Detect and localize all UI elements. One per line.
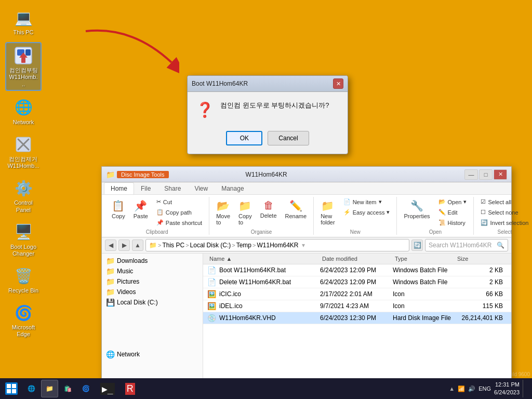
col-date[interactable]: Date modified: [320, 255, 393, 263]
language-indicator[interactable]: ENG: [478, 385, 491, 392]
file-date-3: 9/7/2021 4:23 AM: [320, 302, 393, 310]
ribbon-select-items: ☑ Select all ☐ Select none 🔄 Invert sele…: [477, 197, 532, 228]
downloads-label: Downloads: [117, 257, 148, 264]
dialog-ok-button[interactable]: OK: [226, 131, 262, 145]
forward-button[interactable]: ▶: [118, 240, 130, 251]
up-button[interactable]: ▲: [132, 240, 143, 251]
col-name[interactable]: Name ▲: [207, 255, 320, 263]
select-all-button[interactable]: ☑ Select all: [477, 197, 532, 207]
close-button[interactable]: ✕: [494, 169, 507, 180]
open-button[interactable]: 📂 Open ▾: [435, 197, 471, 207]
new-folder-button[interactable]: 📁 Newfolder: [317, 197, 339, 228]
sidebar-tree: 📁 Downloads 📁 Music 📁 Pictures 📁 Videos …: [102, 254, 203, 389]
address-path[interactable]: 📁 > This PC > Local Disk (C:) > Temp > W…: [145, 239, 409, 251]
taskbar-store[interactable]: 🛍️: [59, 380, 76, 397]
korean-install-icon: [13, 45, 34, 66]
file-row-3[interactable]: 🖼️ iDEL.ico 9/7/2021 4:23 AM Icon 115 KB: [203, 300, 511, 312]
explorer-title-left: 📁 Disc Image Tools W11Hom64KR: [106, 170, 287, 179]
history-button[interactable]: 📜 History: [435, 218, 471, 228]
cut-button[interactable]: ✂ Cut: [153, 197, 206, 207]
col-type[interactable]: Type: [393, 255, 455, 263]
tab-share[interactable]: Share: [157, 182, 188, 194]
path-this-pc: 📁: [149, 242, 157, 249]
paste-shortcut-button[interactable]: 📌 Paste shortcut: [153, 218, 206, 228]
start-button[interactable]: [2, 379, 21, 398]
desktop-icon-edge[interactable]: 🌀 MicrosoftEdge: [5, 300, 42, 340]
search-placeholder: Search W11Hom64KR: [429, 242, 491, 249]
tab-manage[interactable]: Manage: [215, 182, 250, 194]
properties-button[interactable]: 🔧 Properties: [400, 197, 433, 222]
file-row-2[interactable]: 🖼️ iCIC.ico 2/17/2022 2:01 AM Icon 66 KB: [203, 288, 511, 300]
minimize-button[interactable]: —: [464, 169, 478, 180]
copy-to-button[interactable]: 📁 Copyto: [235, 197, 256, 228]
music-label: Music: [117, 268, 133, 275]
sidebar-music[interactable]: 📁 Music: [104, 266, 201, 276]
taskbar-explorer[interactable]: 📁: [41, 380, 58, 397]
col-size[interactable]: Size: [455, 255, 507, 263]
back-button[interactable]: ◀: [105, 240, 116, 251]
copy-button[interactable]: 📋 Copy: [108, 197, 129, 222]
tab-view[interactable]: View: [188, 182, 215, 194]
file-row-0[interactable]: 📄 Boot W11Hom64KR.bat 6/24/2023 12:09 PM…: [203, 264, 511, 276]
invert-selection-button[interactable]: 🔄 Invert selection: [477, 218, 532, 228]
taskbar-ie[interactable]: 🌐: [23, 380, 40, 397]
file-type-2: Icon: [393, 290, 455, 298]
desktop-icon-this-pc[interactable]: 💻 This PC: [5, 5, 42, 38]
path-temp: Temp: [236, 242, 251, 249]
select-none-button[interactable]: ☐ Select none: [477, 207, 532, 217]
file-type-4: Hard Disk Image File: [393, 314, 455, 322]
desktop-icon-korean-uninstall[interactable]: 컴인컴제거W11Homb...: [5, 132, 42, 171]
dialog-titlebar: Boot W11Hom64KR ✕: [188, 76, 348, 92]
edit-button[interactable]: ✏️ Edit: [435, 207, 471, 217]
sidebar-local-disk[interactable]: 💾 Local Disk (C:): [104, 297, 201, 308]
desktop-icon-recycle-bin[interactable]: 🗑️ Recycle Bin: [5, 263, 42, 296]
sidebar-downloads[interactable]: 📁 Downloads: [104, 256, 201, 266]
file-row-1[interactable]: 📄 Delete W11Hom64KR.bat 6/24/2023 12:09 …: [203, 276, 511, 288]
show-desktop-button[interactable]: [523, 380, 526, 397]
dialog-close-button[interactable]: ✕: [333, 78, 343, 89]
videos-label: Videos: [117, 288, 136, 296]
desktop-icon-korean-install[interactable]: 컴인컴부팅W11Homb...: [5, 42, 42, 91]
sidebar-network[interactable]: 🌐 Network: [104, 349, 201, 360]
copy-to-icon: 📁: [238, 200, 251, 212]
clock[interactable]: 12:31 PM 6/24/2023: [494, 381, 520, 397]
refresh-button[interactable]: 🔄: [411, 240, 423, 251]
desktop-icon-network[interactable]: 🌐 Network: [5, 95, 42, 128]
move-to-button[interactable]: 📂 Moveto: [212, 197, 234, 228]
path-this-pc-label: This PC: [162, 242, 184, 249]
clipboard-label: Clipboard: [146, 228, 168, 235]
clock-date: 6/24/2023: [494, 389, 520, 396]
delete-icon: 🗑: [263, 200, 274, 211]
tray-arrow[interactable]: ▲: [449, 385, 455, 392]
arrow-indicator: [81, 21, 179, 83]
desktop: 💻 This PC 컴인컴부팅W11Homb... 🌐 Network: [0, 0, 532, 399]
dialog-cancel-button[interactable]: Cancel: [268, 131, 309, 145]
file-size-2: 66 KB: [455, 290, 507, 298]
path-w11: W11Hom64KR: [257, 242, 298, 249]
desktop-icon-control-panel[interactable]: ⚙️ Control Panel: [5, 176, 42, 215]
sidebar-pictures[interactable]: 📁 Pictures: [104, 276, 201, 287]
dialog-message: 컴인컴 윈도우로 부팅하시겠습니까?: [220, 100, 329, 111]
network-tray-icon: 📶: [458, 385, 465, 392]
terminal-icon: ▶_: [100, 383, 115, 395]
paste-button[interactable]: 📌 Paste: [130, 197, 152, 222]
easy-access-button[interactable]: ⚡ Easy access ▾: [340, 207, 394, 217]
desktop-icon-boot-logo[interactable]: 🖥️ Boot LogoChanger: [5, 220, 42, 259]
tab-file[interactable]: File: [134, 182, 157, 194]
copy-path-button[interactable]: 📋 Copy path: [153, 207, 206, 217]
sidebar-videos[interactable]: 📁 Videos: [104, 287, 201, 297]
new-item-button[interactable]: 📄 New item ▾: [340, 197, 394, 207]
search-icon: 🔍: [497, 242, 504, 249]
delete-button[interactable]: 🗑 Delete: [257, 197, 281, 221]
taskbar-app[interactable]: R: [121, 380, 140, 397]
volume-icon[interactable]: 🔊: [468, 385, 475, 392]
taskbar-edge-icon: 🌀: [82, 385, 90, 392]
boot-dialog: Boot W11Hom64KR ✕ ❓ 컴인컴 윈도우로 부팅하시겠습니까? O…: [187, 75, 348, 154]
search-box[interactable]: Search W11Hom64KR 🔍: [425, 239, 508, 251]
tab-home[interactable]: Home: [104, 182, 134, 194]
taskbar-edge[interactable]: 🌀: [77, 380, 95, 397]
rename-button[interactable]: ✏️ Rename: [282, 197, 311, 222]
maximize-button[interactable]: □: [479, 169, 493, 180]
taskbar-terminal[interactable]: ▶_: [96, 380, 119, 397]
file-row-4[interactable]: 💿 W11Hom64KR.VHD 6/24/2023 12:30 PM Hard…: [203, 312, 511, 324]
